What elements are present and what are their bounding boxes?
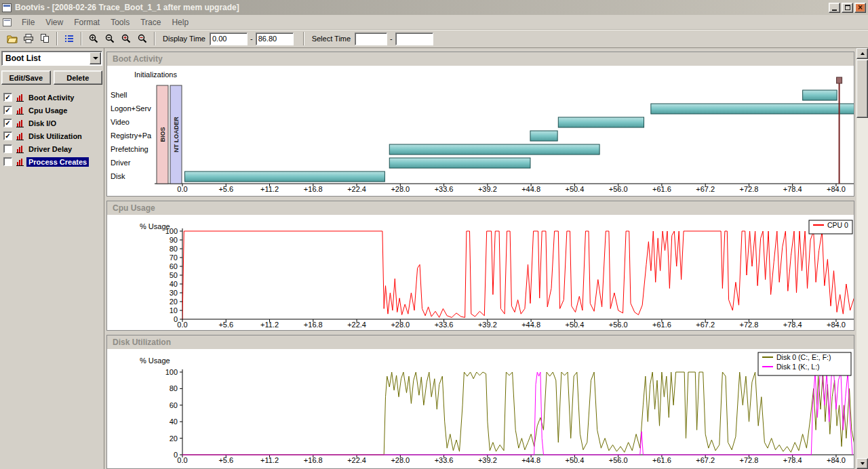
menu-format[interactable]: Format (68, 16, 105, 28)
svg-text:0.0: 0.0 (177, 185, 187, 193)
gantt-bar[interactable] (389, 158, 530, 168)
maximize-button[interactable] (842, 3, 853, 13)
svg-text:90: 90 (170, 236, 178, 244)
menu-tools[interactable]: Tools (105, 16, 135, 28)
mdi-child-icon[interactable] (3, 18, 12, 26)
item-checkbox[interactable]: ✓ (3, 93, 12, 102)
svg-text:+78.4: +78.4 (783, 185, 802, 193)
svg-text:Disk 1 (K:, L:): Disk 1 (K:, L:) (776, 363, 820, 371)
gantt-bar[interactable] (389, 144, 599, 155)
display-time-to-input[interactable] (256, 33, 294, 45)
svg-text:+78.4: +78.4 (783, 456, 802, 464)
gantt-bar[interactable] (530, 131, 557, 141)
close-button[interactable]: × (854, 3, 866, 13)
svg-text:70: 70 (170, 253, 178, 262)
open-button[interactable] (4, 31, 20, 46)
svg-text:+67.2: +67.2 (696, 185, 715, 193)
svg-text:Registry+Pa: Registry+Pa (111, 131, 152, 140)
display-time-from-input[interactable] (210, 33, 248, 45)
boot-list-item-disk-utilization[interactable]: ✓Disk Utilization (1, 129, 102, 142)
svg-text:Disk: Disk (111, 172, 125, 180)
item-checkbox[interactable]: ✓ (3, 119, 12, 127)
boot-list-item-boot-activity[interactable]: ✓Boot Activity (1, 91, 102, 104)
item-label: Process Creates (26, 157, 89, 167)
print-button[interactable] (20, 31, 37, 46)
item-checkbox[interactable]: ✓ (3, 131, 12, 140)
svg-text:+67.2: +67.2 (696, 321, 715, 329)
chart-icon (16, 145, 24, 153)
svg-text:80: 80 (170, 245, 178, 253)
maximize-icon (845, 5, 850, 10)
svg-text:+44.8: +44.8 (521, 321, 540, 329)
boot-activity-title: Boot Activity (107, 52, 163, 64)
item-checkbox[interactable] (3, 157, 12, 166)
toolbar: Display Time - Select Time - (0, 30, 868, 48)
gantt-bar[interactable] (651, 104, 854, 114)
select-time-dash: - (390, 35, 393, 43)
zoom-in-icon (88, 33, 99, 44)
item-checkbox[interactable]: ✓ (3, 106, 12, 115)
edit-save-button[interactable]: Edit/Save (1, 70, 51, 85)
svg-text:+84.0: +84.0 (827, 321, 846, 329)
gantt-bar[interactable] (558, 117, 644, 127)
boot-list-item-cpu-usage[interactable]: ✓Cpu Usage (1, 104, 102, 117)
copy-button[interactable] (37, 31, 53, 46)
svg-text:+5.6: +5.6 (218, 321, 233, 329)
zoom-time-in-button[interactable] (118, 31, 134, 46)
gantt-bar[interactable] (803, 90, 837, 100)
boot-list-item-disk-i-o[interactable]: ✓Disk I/O (1, 117, 102, 129)
svg-text:+16.8: +16.8 (304, 321, 323, 329)
cpu-usage-chart[interactable]: % Usage01020304050607080901000.0+5.6+11.… (107, 215, 854, 330)
window-controls: × (829, 3, 866, 13)
svg-text:+11.2: +11.2 (260, 185, 279, 193)
menu-view[interactable]: View (40, 16, 68, 28)
zoom-out-button[interactable] (102, 31, 118, 46)
zoom-time-out-button[interactable] (134, 31, 151, 46)
menu-help[interactable]: Help (166, 16, 194, 28)
menu-trace[interactable]: Trace (135, 16, 166, 28)
svg-text:60: 60 (170, 401, 178, 409)
select-time-from-input[interactable] (355, 33, 387, 45)
svg-text:+56.0: +56.0 (609, 321, 628, 329)
time-marker-handle[interactable] (837, 77, 842, 83)
svg-text:40: 40 (170, 417, 178, 426)
svg-text:% Usage: % Usage (140, 356, 170, 365)
chart-icon (16, 132, 24, 140)
svg-text:+72.8: +72.8 (740, 321, 759, 329)
zoom-time-out-icon (137, 33, 148, 44)
gantt-bar[interactable] (184, 171, 384, 182)
select-time-to-input[interactable] (395, 33, 433, 45)
item-checkbox[interactable] (3, 144, 12, 153)
disk-utilization-chart[interactable]: % Usage0204060801000.0+5.6+11.2+16.8+22.… (107, 349, 854, 468)
svg-text:+16.8: +16.8 (304, 185, 323, 193)
boot-activity-chart[interactable]: Initializations0.0+5.6+11.2+16.8+22.4+28… (107, 66, 854, 196)
svg-text:+33.6: +33.6 (435, 456, 454, 464)
scroll-up-button[interactable] (856, 48, 868, 59)
svg-text:+72.8: +72.8 (740, 456, 759, 464)
svg-text:40: 40 (170, 280, 178, 288)
boot-list-combo[interactable]: Boot List (1, 51, 102, 66)
item-label: Driver Delay (26, 144, 74, 154)
scrollbar-thumb[interactable] (856, 60, 868, 118)
svg-text:+67.2: +67.2 (696, 456, 715, 464)
disk-utilization-panel: Disk Utilization % Usage0204060801000.0+… (106, 335, 854, 469)
zoom-in-button[interactable] (85, 31, 102, 46)
open-folder-icon (7, 33, 18, 44)
combo-dropdown-button[interactable] (90, 52, 101, 64)
boot-list-item-driver-delay[interactable]: Driver Delay (1, 142, 102, 155)
svg-text:+28.0: +28.0 (391, 185, 410, 193)
delete-button[interactable]: Delete (54, 70, 103, 85)
item-label: Disk Utilization (26, 131, 84, 141)
minimize-button[interactable] (829, 3, 840, 13)
series-cpu-0 (182, 231, 854, 319)
boot-list-items: ✓Boot Activity✓Cpu Usage✓Disk I/O✓Disk U… (1, 91, 102, 168)
panel-header: Cpu Usage (107, 201, 854, 215)
svg-text:+50.4: +50.4 (565, 321, 584, 329)
app-icon (2, 3, 12, 12)
menu-file[interactable]: File (16, 16, 40, 28)
vertical-scrollbar[interactable] (856, 48, 868, 469)
boot-list-item-process-creates[interactable]: Process Creates (1, 155, 102, 168)
svg-text:+56.0: +56.0 (609, 185, 628, 193)
details-view-button[interactable] (61, 31, 77, 46)
scroll-down-button[interactable] (856, 458, 868, 469)
